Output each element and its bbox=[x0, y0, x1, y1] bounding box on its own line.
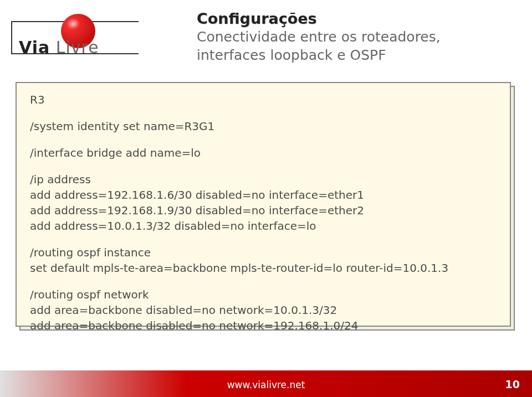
config-text-ip-header: /ip address bbox=[30, 172, 497, 187]
config-text-ospf-network-header: /routing ospf network bbox=[30, 287, 497, 302]
config-text-system-identity: /system identity set name=R3G1 bbox=[30, 118, 497, 134]
config-interface-bridge: /interface bridge add name=lo bbox=[30, 145, 497, 161]
config-content: R3 /system identity set name=R3G1 /inter… bbox=[30, 92, 497, 333]
page-title: Configurações bbox=[197, 10, 507, 27]
config-text-ip1: add address=192.168.1.6/30 disabled=no i… bbox=[30, 187, 497, 203]
config-ospf-instance-block: /routing ospf instance set default mpls-… bbox=[30, 245, 497, 276]
config-router-label: R3 bbox=[30, 92, 497, 107]
config-text-ospf-net2: add area=backbone disabled=no network=19… bbox=[30, 318, 497, 333]
page-subtitle: Conectividade entre os roteadores, inter… bbox=[197, 28, 507, 64]
logo-text: Via Livre bbox=[19, 38, 99, 57]
config-box: R3 /system identity set name=R3G1 /inter… bbox=[16, 82, 511, 327]
config-text-ospf-net1: add area=backbone disabled=no network=10… bbox=[30, 302, 497, 318]
config-text-ip2: add address=192.168.1.9/30 disabled=no i… bbox=[30, 203, 497, 218]
config-ospf-network-block: /routing ospf network add area=backbone … bbox=[30, 287, 497, 333]
config-text-ospf-instance-header: /routing ospf instance bbox=[30, 245, 497, 260]
page-header: Configurações Conectividade entre os rot… bbox=[197, 10, 507, 64]
config-text-ip3: add address=10.0.1.3/32 disabled=no inte… bbox=[30, 218, 497, 234]
page-number: 10 bbox=[505, 378, 520, 390]
logo-brand-part1: Via bbox=[19, 38, 50, 57]
config-text-ospf-instance-line: set default mpls-te-area=backbone mpls-t… bbox=[30, 260, 497, 276]
footer-url: www.vialivre.net bbox=[227, 379, 305, 390]
config-text-router: R3 bbox=[30, 92, 497, 107]
config-ip-address-block: /ip address add address=192.168.1.6/30 d… bbox=[30, 172, 497, 234]
logo-brand-part2: Livre bbox=[50, 38, 99, 57]
config-system-identity: /system identity set name=R3G1 bbox=[30, 118, 497, 134]
logo: Via Livre bbox=[11, 11, 150, 61]
config-text-interface-bridge: /interface bridge add name=lo bbox=[30, 145, 497, 161]
